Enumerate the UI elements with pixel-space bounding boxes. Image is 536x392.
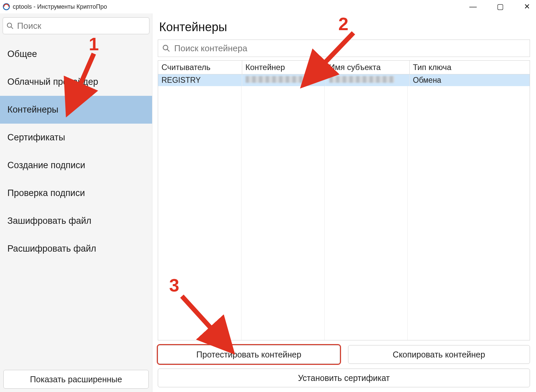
sidebar-item-create-signature[interactable]: Создание подписи [0,151,152,179]
window-controls: — ▢ ✕ [469,3,533,10]
cell-reader: REGISTRY [158,74,242,86]
sidebar-item-general[interactable]: Общее [0,40,152,68]
minimize-button[interactable]: — [469,3,477,10]
app-icon [3,3,10,10]
window-title: cptools - Инструменты КриптоПро [13,3,107,10]
close-button[interactable]: ✕ [524,3,530,10]
table-row[interactable]: REGISTRY Обмена [158,74,530,86]
sidebar-item-containers[interactable]: Контейнеры [0,96,152,124]
test-container-button[interactable]: Протестировать контейнер [158,345,340,364]
cell-subject [326,74,409,86]
sidebar-item-encrypt-file[interactable]: Зашифровать файл [0,207,152,235]
col-key-type[interactable]: Тип ключа [409,61,530,74]
cell-key-type: Обмена [409,74,530,86]
sidebar-item-certificates[interactable]: Сертификаты [0,124,152,151]
container-search-input[interactable] [174,43,526,54]
titlebar: cptools - Инструменты КриптоПро — ▢ ✕ [0,0,536,13]
maximize-button[interactable]: ▢ [497,3,504,10]
cell-container [242,74,326,86]
sidebar-item-verify-signature[interactable]: Проверка подписи [0,179,152,207]
svg-line-6 [167,49,169,51]
col-container[interactable]: Контейнер [242,61,326,74]
show-extended-button[interactable]: Показать расширенные [3,370,149,389]
table-empty-area [158,86,530,340]
main-panel: Контейнеры Считыватель Контейнер Имя суб… [152,13,536,392]
search-icon [6,22,14,29]
sidebar-search-input[interactable] [17,21,146,31]
table-header-row: Считыватель Контейнер Имя субъекта Тип к… [158,61,530,74]
sidebar-item-cloud-provider[interactable]: Облачный провайдер [0,68,152,96]
containers-table: Считыватель Контейнер Имя субъекта Тип к… [158,60,530,340]
container-search[interactable] [158,40,530,57]
sidebar-item-decrypt-file[interactable]: Расшифровать файл [0,235,152,263]
col-reader[interactable]: Считыватель [158,61,242,74]
sidebar-search[interactable] [3,17,149,34]
copy-container-button[interactable]: Скопировать контейнер [348,345,530,364]
sidebar-nav: Общее Облачный провайдер Контейнеры Серт… [0,40,152,367]
sidebar: Общее Облачный провайдер Контейнеры Серт… [0,13,152,392]
search-icon [162,44,170,52]
svg-line-2 [11,27,13,29]
app-window: cptools - Инструменты КриптоПро — ▢ ✕ Об… [0,0,536,392]
install-certificate-button[interactable]: Установить сертификат [158,369,530,387]
page-title: Контейнеры [159,20,530,34]
col-subject[interactable]: Имя субъекта [326,61,409,74]
